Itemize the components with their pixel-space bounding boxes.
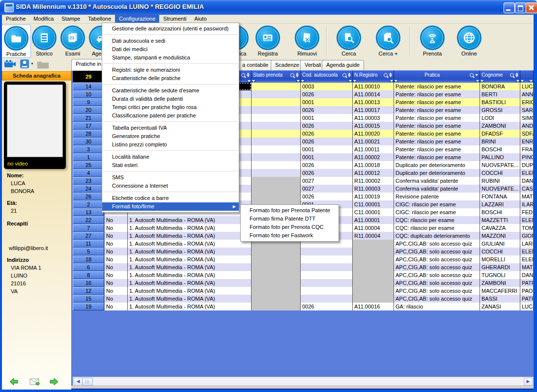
cell-sede[interactable]: 1. Autosoft Multimedia - ROMA (VA) (128, 271, 252, 279)
search-icon[interactable] (290, 73, 294, 77)
cell-cod_autoscuola[interactable]: 0026 (301, 130, 353, 138)
filter-row-stato_prenota[interactable] (252, 79, 301, 83)
cell-sede[interactable]: 1. Autosoft Multimedia - ROMA (VA) (128, 224, 252, 232)
menubar-item-strumenti[interactable]: Strumenti (159, 15, 190, 23)
cell-pratica[interactable]: APC,CIG,AB: solo accesso quiz (394, 287, 480, 295)
menu-item-durata-di-validit-delle-patenti[interactable]: Durata di validità delle patenti (102, 95, 239, 103)
cell-n_registro[interactable] (353, 295, 394, 303)
row-number-cell[interactable]: 4 (73, 169, 104, 177)
column-header-cognome[interactable]: Cognome (480, 70, 520, 79)
cell-pratica[interactable]: Patente: rilascio per esame (394, 145, 480, 153)
cell-nome[interactable]: ELENA (520, 169, 534, 177)
cell-pratica[interactable]: CQC: duplicato deterioramento (394, 232, 480, 240)
row-number-cell[interactable]: 18 (73, 255, 104, 263)
cell-pratica[interactable]: Conferma validita' patente (394, 185, 480, 193)
cell-stato_prenota[interactable] (252, 279, 301, 287)
row-number-cell[interactable]: 26 (73, 193, 104, 200)
cell-n_registro[interactable]: A11.00003 (353, 114, 394, 122)
sort-icon[interactable] (348, 73, 351, 77)
menu-item-listino-prezzi-completo[interactable]: Listino prezzi completo (102, 140, 239, 149)
cell-n_registro[interactable]: A11.00015 (353, 122, 394, 130)
cell-nome[interactable]: SARA (520, 106, 534, 114)
cell-cod_autoscuola[interactable] (301, 263, 353, 271)
cell-nome[interactable]: MATTIA (520, 263, 534, 271)
cell-stato_prenota[interactable] (252, 145, 301, 153)
row-number-cell[interactable]: 16 (73, 279, 104, 287)
cell-n_registro[interactable]: A11.00018 (353, 161, 394, 169)
row-number-cell[interactable]: 17 (73, 122, 104, 130)
search-icon[interactable] (342, 73, 346, 77)
cell-sede[interactable]: 1. Autosoft Multimedia - ROMA (VA) (128, 287, 252, 295)
cell-nome[interactable]: DANIEL (520, 177, 534, 185)
cell-cod_autoscuola[interactable]: 0026 (301, 161, 353, 169)
cell-n_registro[interactable]: A11.00012 (353, 169, 394, 177)
row-number-cell[interactable]: 2 (73, 200, 104, 208)
cell-n_registro[interactable]: R11.00004 (353, 232, 394, 240)
cell-cognome[interactable]: BOSCHI (480, 208, 520, 216)
filter-row-cod_autoscuola[interactable] (301, 79, 353, 83)
cell-stampato[interactable]: No (105, 287, 128, 295)
chevron-down-icon[interactable]: ▼ (30, 62, 34, 65)
row-number-cell[interactable]: 8 (73, 271, 104, 279)
row-number-cell[interactable]: 10 (73, 90, 104, 98)
cell-cognome[interactable]: MAZZONI (480, 232, 520, 240)
cell-nome[interactable]: PAOLA (520, 287, 534, 295)
filter-dropdown-icon[interactable] (297, 80, 300, 82)
cell-n_registro[interactable] (353, 255, 394, 263)
toolbar-button-registra[interactable]: Registra (254, 25, 282, 57)
filter-dropdown-icon[interactable] (476, 80, 479, 82)
filter-dropdown-icon[interactable] (521, 80, 524, 82)
cell-stato_prenota[interactable] (252, 287, 301, 295)
cell-cognome[interactable]: GROSSI (480, 106, 520, 114)
filter-row-pratica[interactable] (394, 79, 480, 83)
cell-cod_autoscuola[interactable]: 0001 (301, 153, 353, 161)
cell-n_registro[interactable] (353, 240, 394, 248)
send-mail-icon[interactable] (29, 378, 40, 386)
cell-n_registro[interactable]: A11.00013 (353, 98, 394, 106)
menu-item-connessione-a-internet[interactable]: Connessione a Internet (102, 182, 239, 190)
cell-stato_prenota[interactable] (252, 98, 301, 106)
cell-stato_prenota[interactable] (252, 271, 301, 279)
row-number-cell[interactable]: 3 (73, 145, 104, 153)
cell-pratica[interactable]: CQC: rilascio per esame (394, 224, 480, 232)
cell-stato_prenota[interactable] (252, 177, 301, 185)
cell-cognome[interactable]: GIULIANI (480, 240, 520, 248)
cell-nome[interactable]: FEDER (520, 208, 534, 216)
cell-cognome[interactable]: BASSI (480, 295, 520, 303)
cell-pratica[interactable]: APC,CIG,AB: solo accesso quiz (394, 248, 480, 255)
cell-sede[interactable]: 1. Autosoft Multimedia - ROMA (VA) (128, 303, 252, 310)
toolbar-button-cerca[interactable]: Cerca (335, 25, 363, 57)
next-record-icon[interactable] (49, 378, 59, 386)
cell-sede[interactable]: 1. Autosoft Multimedia - ROMA (VA) (128, 216, 252, 224)
cell-nome[interactable]: LUCA (520, 303, 534, 310)
cell-pratica[interactable]: CIGC: rilascio per esame (394, 200, 480, 208)
cell-n_registro[interactable]: C11.00001 (353, 208, 394, 216)
cell-cognome[interactable]: CAVAZZA (480, 224, 520, 232)
close-button[interactable] (526, 2, 537, 13)
cell-n_registro[interactable]: A11.00004 (353, 224, 394, 232)
cell-nome[interactable]: ERIC (520, 98, 534, 106)
cell-pratica[interactable]: Patente: rilascio per esame (394, 98, 480, 106)
column-header-cod_autoscuola[interactable]: Cod. autoscuola (301, 70, 353, 79)
cell-n_registro[interactable]: A11.00010 (353, 83, 394, 90)
tab-agenda-guide[interactable]: Agenda guide (322, 60, 364, 70)
filter-dropdown-icon[interactable] (516, 80, 519, 82)
cell-nome[interactable]: MATTIA (520, 193, 534, 200)
cell-cognome[interactable]: TUGNOLI (480, 271, 520, 279)
toolbar-button-storico[interactable]: Storico (30, 25, 58, 57)
person-icon[interactable] (20, 59, 29, 69)
maximize-button[interactable] (515, 2, 526, 13)
sort-icon[interactable] (515, 73, 518, 77)
cell-pratica[interactable]: Patente: rilascio per esame (394, 130, 480, 138)
row-number-cell[interactable]: 20 (73, 106, 104, 114)
cell-nome[interactable]: ELENA (520, 255, 534, 263)
cell-nome[interactable]: LUCA (520, 83, 534, 90)
prev-record-icon[interactable] (9, 378, 19, 386)
cell-pratica[interactable]: Patente: rilascio per esame (394, 90, 480, 98)
cell-stato_prenota[interactable] (252, 83, 301, 90)
cell-n_registro[interactable]: A11.00021 (353, 138, 394, 145)
horizontal-scrollbar[interactable]: ◀ ▶ (73, 377, 534, 386)
cell-pratica[interactable]: Patente: rilascio per esame (394, 153, 480, 161)
cell-stampato[interactable]: No (105, 232, 128, 240)
cell-stato_prenota[interactable] (252, 130, 301, 138)
